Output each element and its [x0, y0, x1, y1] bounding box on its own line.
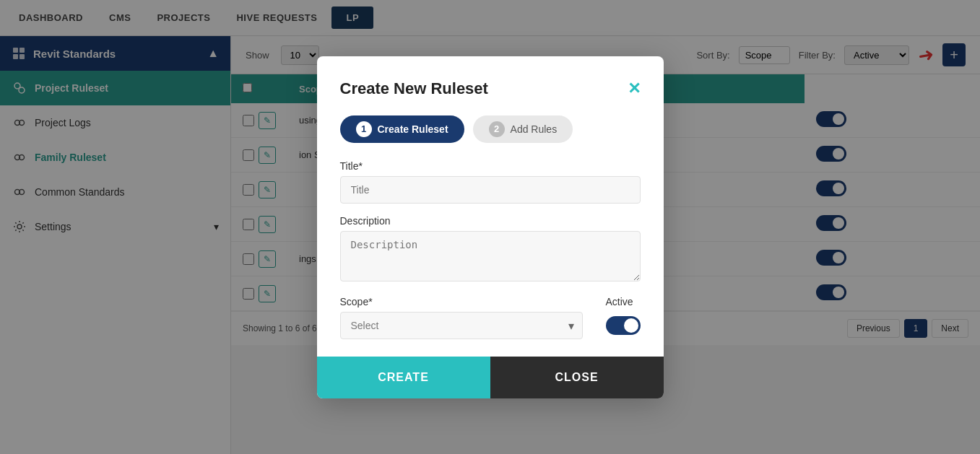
active-field-group: Active — [606, 296, 641, 335]
modal-header: Create New Ruleset ✕ — [340, 79, 641, 98]
step-1-label: Create Ruleset — [378, 123, 448, 135]
title-field-label: Title* — [340, 160, 641, 172]
active-toggle[interactable] — [606, 316, 641, 335]
description-field-label: Description — [340, 215, 641, 227]
description-field-group: Description — [340, 215, 641, 284]
close-button[interactable]: CLOSE — [490, 357, 664, 398]
modal-footer: CREATE CLOSE — [317, 357, 664, 398]
title-field-group: Title* — [340, 160, 641, 204]
modal-steps: 1 Create Ruleset 2 Add Rules — [340, 115, 641, 143]
step-1-num: 1 — [356, 121, 372, 137]
modal-title: Create New Ruleset — [340, 79, 488, 98]
active-field-label: Active — [606, 296, 641, 307]
modal-close-button[interactable]: ✕ — [628, 81, 641, 97]
scope-field-group: Scope* Select Group Organization Project… — [340, 296, 583, 339]
create-ruleset-modal: Create New Ruleset ✕ 1 Create Ruleset 2 … — [317, 56, 664, 398]
modal-overlay[interactable]: Create New Ruleset ✕ 1 Create Ruleset 2 … — [0, 0, 980, 454]
step-2-label: Add Rules — [511, 123, 558, 135]
scope-field-label: Scope* — [340, 296, 583, 307]
step-2-num: 2 — [489, 121, 505, 137]
scope-select[interactable]: Select Group Organization Project User — [340, 312, 583, 339]
step-create-ruleset[interactable]: 1 Create Ruleset — [340, 115, 464, 143]
create-button[interactable]: CREATE — [317, 357, 490, 398]
scope-select-wrapper: Select Group Organization Project User — [340, 312, 583, 339]
description-textarea[interactable] — [340, 231, 641, 281]
title-input[interactable] — [340, 176, 641, 204]
step-add-rules[interactable]: 2 Add Rules — [473, 115, 573, 143]
scope-active-row: Scope* Select Group Organization Project… — [340, 296, 641, 339]
